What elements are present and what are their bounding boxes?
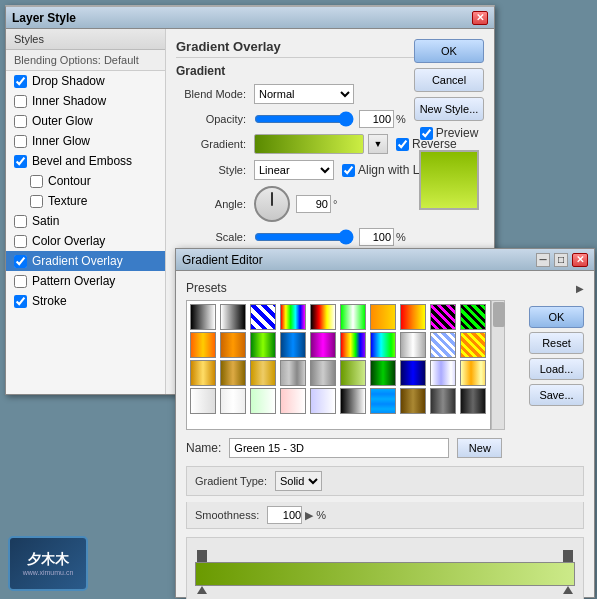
preset-swatch-3[interactable] [250, 304, 276, 330]
gradient-stop-bottom-left[interactable] [197, 586, 207, 594]
preset-swatch-26[interactable] [340, 360, 366, 386]
sidebar-item-drop-shadow[interactable]: Drop Shadow [6, 71, 165, 91]
preview-checkbox[interactable] [420, 127, 433, 140]
gradient-bar[interactable] [195, 562, 575, 586]
sidebar-item-stroke[interactable]: Stroke [6, 291, 165, 311]
gradient-ok-button[interactable]: OK [529, 306, 584, 328]
preset-swatch-19[interactable] [430, 332, 456, 358]
blending-options-label: Blending Options: Default [6, 50, 165, 71]
sidebar-item-gradient-overlay[interactable]: Gradient Overlay [6, 251, 165, 271]
gradient-stops-bottom [195, 588, 575, 596]
preset-swatch-5[interactable] [310, 304, 336, 330]
gradient-preview-bar[interactable] [254, 134, 364, 154]
preset-swatch-17[interactable] [370, 332, 396, 358]
angle-input[interactable] [296, 195, 331, 213]
new-style-button[interactable]: New Style... [414, 97, 484, 121]
sidebar-item-satin[interactable]: Satin [6, 211, 165, 231]
preset-swatch-21[interactable] [190, 360, 216, 386]
sidebar-item-texture[interactable]: Texture [6, 191, 165, 211]
preset-swatch-14[interactable] [280, 332, 306, 358]
preset-swatch-33[interactable] [250, 388, 276, 414]
preset-swatch-20[interactable] [460, 332, 486, 358]
preset-swatch-16[interactable] [340, 332, 366, 358]
gradient-stop-top-left[interactable] [197, 550, 207, 562]
sidebar-item-color-overlay[interactable]: Color Overlay [6, 231, 165, 251]
presets-expand-icon[interactable]: ▶ [576, 283, 584, 294]
sidebar-item-inner-shadow[interactable]: Inner Shadow [6, 91, 165, 111]
preset-swatch-15[interactable] [310, 332, 336, 358]
preset-swatch-4[interactable] [280, 304, 306, 330]
preset-swatch-31[interactable] [190, 388, 216, 414]
ok-button[interactable]: OK [414, 39, 484, 63]
gradient-stop-bottom-right[interactable] [563, 586, 573, 594]
preset-swatch-38[interactable] [400, 388, 426, 414]
gradient-name-input[interactable] [229, 438, 449, 458]
presets-scrollbar[interactable] [491, 300, 505, 430]
preset-swatch-39[interactable] [430, 388, 456, 414]
presets-scrollbar-thumb[interactable] [493, 302, 505, 327]
reverse-checkbox[interactable] [396, 138, 409, 151]
preset-swatch-25[interactable] [310, 360, 336, 386]
preset-swatch-24[interactable] [280, 360, 306, 386]
sidebar-item-pattern-overlay[interactable]: Pattern Overlay [6, 271, 165, 291]
preset-swatch-6[interactable] [340, 304, 366, 330]
preset-swatch-30[interactable] [460, 360, 486, 386]
smoothness-input[interactable] [267, 506, 302, 524]
preset-swatch-7[interactable] [370, 304, 396, 330]
preset-swatch-12[interactable] [220, 332, 246, 358]
preset-swatch-8[interactable] [400, 304, 426, 330]
preset-swatch-23[interactable] [250, 360, 276, 386]
gradient-reset-button[interactable]: Reset [529, 332, 584, 354]
angle-unit: ° [333, 198, 337, 210]
preset-swatch-1[interactable] [190, 304, 216, 330]
preset-swatch-28[interactable] [400, 360, 426, 386]
preset-swatch-29[interactable] [430, 360, 456, 386]
smoothness-unit: % [316, 509, 326, 521]
gradient-stop-top-right[interactable] [563, 550, 573, 562]
minimize-button[interactable]: ─ [536, 253, 550, 267]
preset-swatch-40[interactable] [460, 388, 486, 414]
sidebar-item-outer-glow[interactable]: Outer Glow [6, 111, 165, 131]
preset-swatch-11[interactable] [190, 332, 216, 358]
style-select[interactable]: Linear [254, 160, 334, 180]
preset-swatch-13[interactable] [250, 332, 276, 358]
cancel-button[interactable]: Cancel [414, 68, 484, 92]
blend-mode-select[interactable]: Normal [254, 84, 354, 104]
preset-swatch-36[interactable] [340, 388, 366, 414]
maximize-button[interactable]: □ [554, 253, 568, 267]
opacity-input[interactable] [359, 110, 394, 128]
preset-swatch-34[interactable] [280, 388, 306, 414]
gradient-load-button[interactable]: Load... [529, 358, 584, 380]
preset-swatch-9[interactable] [430, 304, 456, 330]
preset-swatch-27[interactable] [370, 360, 396, 386]
blend-mode-label: Blend Mode: [176, 88, 246, 100]
gradient-type-select[interactable]: Solid [275, 471, 322, 491]
scale-input[interactable] [359, 228, 394, 246]
preset-swatch-35[interactable] [310, 388, 336, 414]
preset-swatch-22[interactable] [220, 360, 246, 386]
gradient-bar-section [186, 537, 584, 599]
scale-slider-container: % [254, 228, 484, 246]
align-layer-checkbox[interactable] [342, 164, 355, 177]
close-button[interactable]: ✕ [472, 11, 488, 25]
gradient-save-button[interactable]: Save... [529, 384, 584, 406]
gradient-type-row: Gradient Type: Solid [186, 466, 584, 496]
preset-swatch-37[interactable] [370, 388, 396, 414]
preset-swatch-32[interactable] [220, 388, 246, 414]
preset-swatch-18[interactable] [400, 332, 426, 358]
smoothness-row: Smoothness: ▶ % [186, 502, 584, 529]
sidebar-item-bevel-emboss[interactable]: Bevel and Emboss [6, 151, 165, 171]
gradient-dropdown-button[interactable]: ▼ [368, 134, 388, 154]
sidebar-item-contour[interactable]: Contour [6, 171, 165, 191]
opacity-slider[interactable] [254, 111, 354, 127]
smoothness-arrow[interactable]: ▶ [305, 509, 313, 522]
gradient-new-button[interactable]: New [457, 438, 502, 458]
gradient-editor-close[interactable]: ✕ [572, 253, 588, 267]
preset-swatch-10[interactable] [460, 304, 486, 330]
left-panel: Styles Blending Options: Default Drop Sh… [6, 29, 166, 394]
gradient-name-row: Name: New [186, 438, 584, 458]
scale-slider[interactable] [254, 229, 354, 245]
angle-control[interactable] [254, 186, 290, 222]
sidebar-item-inner-glow[interactable]: Inner Glow [6, 131, 165, 151]
preset-swatch-2[interactable] [220, 304, 246, 330]
